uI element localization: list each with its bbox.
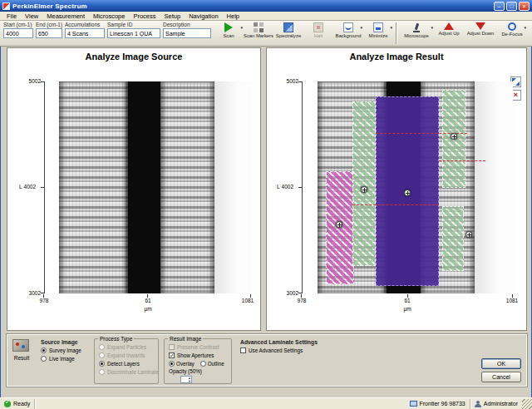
discriminate-laminate-radio[interactable]: Discriminate Laminate [99,369,155,375]
instrument-icon [410,401,417,407]
minimize-icon [373,22,383,32]
resize-grip[interactable] [522,399,532,409]
menu-bar: File View Measurement Microscope Process… [0,12,532,21]
start-input[interactable] [3,28,33,38]
halt-button[interactable]: Halt [303,22,333,46]
checkbox-icon [169,352,175,358]
aperture-marker[interactable] [404,190,411,196]
result-image-plot[interactable] [302,81,513,293]
description-field: Description [163,22,211,38]
result-x-tick: 978 [289,298,314,303]
result-y-tick: 5002 [277,78,298,84]
opacity-label: Opacity (50%) [169,368,202,374]
dropdown-arrow-icon[interactable]: ▾ [524,25,526,30]
adjust-down-button[interactable]: Adjust Down [464,22,497,46]
source-y-tick: 3002 [19,290,41,296]
process-type-group: Process Type Expand Particles Expand Inw… [94,338,159,384]
title-bar: PerkinElmer Spectrum – □ × [0,0,532,12]
radio-icon [41,356,47,362]
de-focus-button[interactable]: De-Focus ▾ [497,22,527,46]
description-input[interactable] [163,28,211,38]
process-type-label: Process Type [98,336,134,342]
layer-region-magenta [326,171,354,284]
spin-down-icon[interactable]: ▼ [188,380,191,383]
outline-radio[interactable]: Outline [200,361,224,367]
fiber-image [45,81,252,293]
menu-measurement[interactable]: Measurement [42,12,89,21]
result-y-tick-cursor: L4002 [272,184,293,190]
dropdown-arrow-icon[interactable]: ▾ [431,25,433,30]
result-y-tick: 3002 [277,290,298,296]
fiber-dark-gap [128,81,161,293]
preserve-contrast-checkbox[interactable]: Preserve Contrast [169,344,228,350]
minimize-button[interactable]: Minimize ▾ [363,22,393,46]
result-x-tick: 1081 [500,298,525,303]
window-maximize-button[interactable]: □ [506,2,517,11]
source-x-tick: 978 [32,298,57,303]
background-button[interactable]: Background ▾ [333,22,363,46]
toolbar-separator [396,22,397,44]
dropdown-arrow-icon[interactable]: ▾ [240,25,243,30]
aperture-marker[interactable] [336,221,342,228]
aperture-marker[interactable] [361,186,367,193]
result-image-label: Result Image [168,336,203,342]
use-advanced-settings-checkbox[interactable]: Use Advanced Settings [240,347,318,353]
survey-image-radio[interactable]: Survey Image [41,347,81,353]
opacity-stepper[interactable]: ▲ ▼ [180,376,192,383]
overlay-radio[interactable]: Overlay [169,361,195,367]
aperture-marker[interactable] [466,231,472,238]
menu-process[interactable]: Process [129,12,160,21]
ready-icon [4,401,11,407]
menu-microscope[interactable]: Microscope [89,12,129,21]
status-bar: Ready Frontier 96 98733 Administrator [0,397,532,409]
adjust-up-button[interactable]: Adjust Up [434,22,464,46]
de-focus-icon [508,22,516,31]
microscope-button[interactable]: Microscope ▾ [399,22,434,46]
result-image-group: Result Image Preserve Contrast Show Aper… [164,338,232,384]
menu-navigation[interactable]: Navigation [185,12,222,21]
scan-markers-button[interactable]: Scan Markers [244,22,273,46]
aperture-marker[interactable] [451,133,457,140]
window-close-button[interactable]: × [519,2,530,11]
source-x-unit: μm [135,306,160,312]
spectralyze-icon [283,22,293,32]
description-field-label: Description [163,22,211,28]
layer-boundary-line [352,204,439,205]
detect-layers-radio[interactable]: Detect Layers [99,361,155,367]
spectralyze-button[interactable]: Spectralyze [273,22,303,46]
checkbox-icon [240,347,246,353]
source-panel-title: Analyze Image Source [7,52,260,62]
dropdown-arrow-icon[interactable]: ▾ [390,25,392,30]
cancel-button[interactable]: Cancel [481,372,521,382]
expand-particles-radio[interactable]: Expand Particles [99,344,155,350]
radio-icon [99,361,105,367]
accumulations-field-label: Accumulations [65,22,105,28]
status-instrument-segment: Frontier 96 98733 [406,399,470,409]
opacity-row: Opacity (50%) [169,368,228,374]
source-image-plot[interactable] [44,81,252,293]
show-apertures-checkbox[interactable]: Show Apertures [169,352,228,358]
analyze-image-result-panel: Analyze Image Result × 5002 L4002 3002 [266,47,527,331]
instrument-text: Frontier 96 98733 [420,401,466,407]
sample-id-input[interactable] [107,28,160,38]
menu-view[interactable]: View [21,12,42,21]
result-thumbnail[interactable] [12,339,29,352]
advanced-settings-group: Advanced Laminate Settings Use Advanced … [240,339,318,353]
ready-text: Ready [13,401,30,407]
halt-icon [313,22,323,32]
menu-help[interactable]: Help [223,12,244,21]
live-image-radio[interactable]: Live Image [41,356,81,362]
menu-file[interactable]: File [2,12,21,21]
dropdown-arrow-icon[interactable]: ▾ [360,25,362,30]
scan-button[interactable]: Scan ▾ [214,22,244,46]
ok-button[interactable]: OK [481,358,521,369]
end-input[interactable] [36,28,62,38]
window-minimize-button[interactable]: – [494,2,505,11]
result-x-unit: μm [395,306,420,312]
menu-setup[interactable]: Setup [160,12,185,21]
accumulations-input[interactable] [65,28,105,38]
expand-inwards-radio[interactable]: Expand Inwards [99,352,155,358]
user-icon [475,401,481,407]
accumulations-field: Accumulations [65,22,105,38]
window-title: PerkinElmer Spectrum [12,2,492,10]
